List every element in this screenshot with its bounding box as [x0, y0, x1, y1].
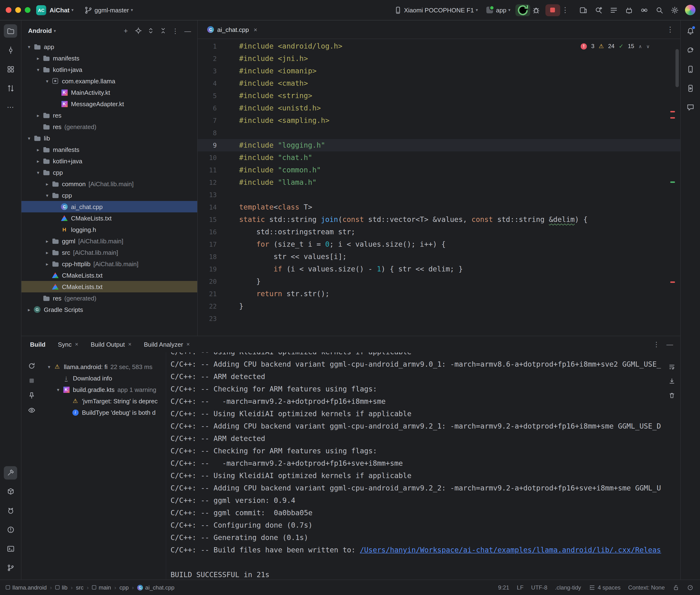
- code-line-6[interactable]: 6#include <unistd.h>: [198, 102, 680, 114]
- code-line-5[interactable]: 5#include <string>: [198, 89, 680, 102]
- problems-tool-icon[interactable]: [4, 523, 17, 536]
- tree-row-mainactivity-kt[interactable]: KMainActivity.kt: [22, 87, 197, 98]
- debug-button[interactable]: [530, 4, 542, 16]
- chevron-down-icon[interactable]: ▾: [34, 170, 42, 175]
- code-editor[interactable]: 1#include <android/log.h>2#include <jni.…: [198, 39, 680, 336]
- app-insights-tool-icon[interactable]: [683, 101, 697, 114]
- close-icon[interactable]: ×: [187, 341, 190, 348]
- editor-tab-ai-chat[interactable]: C ai_chat.cpp ×: [204, 21, 260, 38]
- build-window-title[interactable]: Build: [30, 341, 46, 348]
- chevron-down-icon[interactable]: ▾: [25, 44, 33, 49]
- chevron-down-icon[interactable]: ▾: [43, 193, 51, 198]
- code-line-15[interactable]: 15static std::string join(const std::vec…: [198, 213, 680, 226]
- close-icon[interactable]: ×: [128, 341, 132, 348]
- version-control-tool-icon[interactable]: [4, 561, 17, 574]
- context-indicator[interactable]: Context: None: [628, 584, 665, 591]
- chevron-down-icon[interactable]: ▾: [34, 67, 42, 72]
- code-line-1[interactable]: 1#include <android/log.h>: [198, 40, 680, 52]
- code-line-2[interactable]: 2#include <jni.h>: [198, 52, 680, 65]
- tree-row-res[interactable]: res(generated): [22, 121, 197, 132]
- close-window-button[interactable]: [6, 7, 11, 13]
- breadcrumb[interactable]: llama.android›lib›src›main›cpp›Cai_chat.…: [6, 584, 174, 591]
- chevron-down-icon[interactable]: ▾: [54, 387, 62, 392]
- tree-row-manifests[interactable]: ▸manifests: [22, 144, 197, 155]
- settings-gear-icon[interactable]: [669, 4, 681, 16]
- more-actions-menu[interactable]: ⋮: [560, 6, 570, 14]
- chevron-right-icon[interactable]: ▸: [43, 261, 51, 266]
- close-tab-icon[interactable]: ×: [254, 26, 257, 33]
- editor-scrollbar[interactable]: [675, 49, 679, 87]
- terminal-tool-icon[interactable]: [4, 542, 17, 556]
- tree-row-buildtype-debug-is-both-d[interactable]: iBuildType 'debug' is both d: [41, 407, 166, 418]
- tree-row-src[interactable]: ▸src[AiChat.lib.main]: [22, 247, 197, 258]
- tree-row-kotlin-java[interactable]: ▾kotlin+java: [22, 64, 197, 75]
- chevron-right-icon[interactable]: ▸: [34, 158, 42, 164]
- project-name[interactable]: AiChat: [50, 6, 69, 13]
- vcs-branch-widget[interactable]: ggml-master ▾: [82, 4, 135, 16]
- add-icon[interactable]: +: [120, 25, 132, 36]
- tree-row-cpp-httplib[interactable]: ▸cpp-httplib[AiChat.lib.main]: [22, 258, 197, 270]
- tree-row-cmakelists-txt[interactable]: CMakeLists.txt: [22, 281, 197, 292]
- code-line-3[interactable]: 3#include <iomanip>: [198, 65, 680, 77]
- pull-requests-tool-icon[interactable]: [4, 81, 17, 95]
- build-tool-icon[interactable]: [4, 466, 17, 479]
- code-line-14[interactable]: 14template<class T>: [198, 201, 680, 213]
- stop-build-icon[interactable]: [26, 375, 37, 386]
- code-line-20[interactable]: 20 }: [198, 275, 680, 288]
- code-line-10[interactable]: 10#include "chat.h": [198, 151, 680, 164]
- zoom-window-button[interactable]: [25, 7, 30, 13]
- commit-tool-icon[interactable]: [4, 43, 17, 57]
- tree-row-common[interactable]: ▸common[AiChat.lib.main]: [22, 178, 197, 190]
- scroll-to-end-icon[interactable]: [666, 375, 677, 387]
- gradle-tool-icon[interactable]: [683, 43, 697, 57]
- clear-all-trash-icon[interactable]: [666, 390, 677, 401]
- hide-build-panel-icon[interactable]: —: [664, 339, 675, 350]
- tree-row-messageadapter-kt[interactable]: KMessageAdapter.kt: [22, 98, 197, 110]
- build-console[interactable]: C/C++: -- Using KleidiAI optimized kerne…: [166, 352, 661, 579]
- code-line-23[interactable]: 23: [198, 312, 680, 325]
- tree-row-lib[interactable]: ▾lib: [22, 132, 197, 144]
- tree-row-cmakelists-txt[interactable]: CMakeLists.txt: [22, 270, 197, 281]
- code-line-7[interactable]: 7#include <sampling.h>: [198, 114, 680, 127]
- build-options-kebab-icon[interactable]: ⋮: [651, 339, 662, 350]
- profile-avatar[interactable]: [685, 5, 695, 15]
- collapse-all-icon[interactable]: [157, 25, 169, 36]
- highlighting-level-icon[interactable]: [687, 584, 693, 591]
- tree-row-cpp[interactable]: ▾cpp: [22, 190, 197, 201]
- line-ending[interactable]: LF: [517, 584, 524, 591]
- tree-row-ai-chat-cpp[interactable]: Cai_chat.cpp: [22, 201, 197, 213]
- breadcrumb-item-lib[interactable]: lib: [55, 584, 67, 591]
- search-icon[interactable]: [653, 4, 666, 16]
- tree-row-download-info[interactable]: ↓Download info: [41, 372, 166, 384]
- device-mirroring-icon[interactable]: [577, 4, 589, 16]
- code-line-13[interactable]: 13: [198, 189, 680, 201]
- editor-options-kebab-icon[interactable]: ⋮: [665, 25, 675, 34]
- tree-row-res[interactable]: ▸res: [22, 110, 197, 121]
- vcs-stripe-mark[interactable]: [670, 181, 675, 183]
- more-tool-windows-icon[interactable]: ⋯: [4, 101, 17, 114]
- sync-project-icon[interactable]: [638, 4, 650, 16]
- logcat-tool-icon[interactable]: [4, 504, 17, 517]
- tab-build-output[interactable]: Build Output×: [91, 341, 132, 348]
- device-manager-tool-icon[interactable]: [683, 62, 697, 76]
- error-stripe-mark[interactable]: [670, 111, 675, 112]
- hide-panel-icon[interactable]: —: [182, 25, 193, 36]
- locate-file-icon[interactable]: [133, 25, 144, 36]
- code-line-22[interactable]: 22}: [198, 300, 680, 312]
- code-line-12[interactable]: 12#include "llama.h": [198, 176, 680, 189]
- pin-icon[interactable]: [26, 390, 37, 401]
- structure-tool-icon[interactable]: [4, 62, 17, 76]
- file-encoding[interactable]: UTF-8: [531, 584, 547, 591]
- project-tool-icon[interactable]: [4, 24, 17, 38]
- code-line-21[interactable]: 21 return str.str();: [198, 288, 680, 300]
- chevron-down-icon[interactable]: ▾: [45, 364, 53, 369]
- device-selector[interactable]: Xiaomi POCOPHONE F1 ▾: [392, 4, 480, 16]
- running-devices-tool-icon[interactable]: [683, 81, 697, 95]
- plugins-icon[interactable]: [623, 4, 635, 16]
- indent-setting[interactable]: 4 spaces: [589, 584, 621, 591]
- tree-row-jvmtarget-string-is-deprec[interactable]: ⚠'jvmTarget: String' is deprec: [41, 395, 166, 407]
- stop-button[interactable]: [545, 4, 560, 16]
- breadcrumb-item-cpp[interactable]: cpp: [119, 584, 129, 591]
- code-line-4[interactable]: 4#include <cmath>: [198, 77, 680, 89]
- run-configuration-selector[interactable]: app ▾: [486, 6, 512, 13]
